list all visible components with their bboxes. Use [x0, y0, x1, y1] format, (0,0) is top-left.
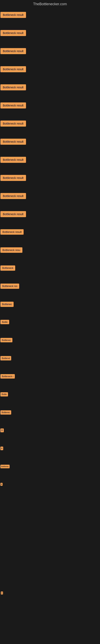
bottleneck-badge[interactable]: Bottlenec — [0, 338, 12, 342]
bottleneck-item-33 — [0, 608, 100, 626]
bottleneck-badge[interactable]: Bottleneck result — [0, 120, 26, 126]
bottleneck-badge[interactable]: Bottleneck result — [0, 139, 26, 145]
bottleneck-item-29 — [0, 536, 100, 554]
bottleneck-item-32: B — [0, 590, 100, 608]
bottleneck-badge[interactable]: Bottleneck result — [0, 48, 26, 54]
bottleneck-badge[interactable]: Bottleneck result — [0, 30, 26, 36]
bottleneck-badge[interactable]: Bottleneck result — [0, 157, 26, 163]
page-wrapper: TheBottlenecker.com Bottleneck resultBot… — [0, 0, 100, 644]
bottleneck-item-2: Bottleneck result — [0, 46, 100, 64]
bottleneck-badge[interactable]: Bottleneck result — [0, 211, 26, 217]
bottleneck-badge[interactable]: Bottleneck result — [0, 84, 26, 90]
bottleneck-badge[interactable]: Bottleneck result — [0, 175, 26, 181]
bottleneck-item-28 — [0, 518, 100, 536]
bottleneck-badge[interactable]: Bottleneck — [0, 266, 15, 271]
bottleneck-item-24: B — [0, 445, 100, 463]
bottleneck-item-0: Bottleneck result — [0, 10, 100, 28]
bottleneck-badge[interactable]: B — [0, 483, 2, 486]
bottleneck-badge[interactable]: Bottlenec — [0, 465, 10, 468]
bottleneck-item-18: Bottlenec — [0, 336, 100, 354]
bottleneck-item-3: Bottleneck result — [0, 64, 100, 83]
bottleneck-item-12: Bottleneck result — [0, 228, 100, 246]
bottleneck-badge[interactable]: Bottleneck result — [0, 193, 26, 199]
bottleneck-item-7: Bottleneck result — [0, 137, 100, 155]
bottleneck-badge[interactable]: Bottle — [0, 320, 9, 324]
bottleneck-item-14: Bottleneck — [0, 264, 100, 282]
site-title: TheBottlenecker.com — [0, 0, 100, 9]
bottleneck-item-23: B — [0, 427, 100, 445]
bottleneck-item-9: Bottleneck result — [0, 173, 100, 192]
bottleneck-badge[interactable]: B — [0, 428, 4, 432]
bottleneck-item-8: Bottleneck result — [0, 155, 100, 173]
bottleneck-item-26: B — [0, 481, 100, 499]
bottleneck-item-34 — [0, 626, 100, 644]
bottleneck-item-27 — [0, 499, 100, 518]
bottleneck-badge[interactable]: Bottleneck result — [0, 102, 26, 108]
bottleneck-item-19: Bottlend — [0, 354, 100, 372]
bottleneck-item-15: Bottleneck res — [0, 282, 100, 300]
bottleneck-item-1: Bottleneck result — [0, 28, 100, 46]
bottleneck-badge[interactable]: Bottleneck res — [0, 284, 19, 289]
bottleneck-item-20: Bottleneck r — [0, 372, 100, 391]
bottleneck-badge[interactable]: Bottle — [0, 392, 8, 396]
bottleneck-badge[interactable]: Bottlenec — [0, 410, 11, 414]
bottleneck-item-5: Bottleneck result — [0, 101, 100, 119]
bottleneck-item-25: Bottlenec — [0, 463, 100, 481]
bottleneck-badge[interactable]: Bottleneck resu — [0, 247, 22, 253]
bottleneck-item-4: Bottleneck result — [0, 83, 100, 101]
bottleneck-item-17: Bottle — [0, 318, 100, 336]
bottleneck-badge[interactable]: B — [1, 592, 3, 594]
bottleneck-badge[interactable]: Bottlenec — [0, 302, 14, 307]
bottleneck-badge[interactable]: B — [0, 446, 3, 450]
bottleneck-item-6: Bottleneck result — [0, 119, 100, 137]
bottleneck-badge[interactable]: Bottleneck result — [0, 12, 26, 18]
bottleneck-item-31 — [0, 572, 100, 590]
bottleneck-badge[interactable]: Bottleneck r — [0, 374, 15, 378]
bottleneck-badge[interactable]: Bottleneck result — [0, 229, 24, 235]
bottleneck-item-21: Bottle — [0, 391, 100, 409]
bottleneck-item-13: Bottleneck resu — [0, 246, 100, 264]
bottleneck-item-30 — [0, 554, 100, 572]
bottleneck-item-11: Bottleneck result — [0, 210, 100, 228]
bottleneck-item-10: Bottleneck result — [0, 192, 100, 210]
bottleneck-item-16: Bottlenec — [0, 300, 100, 318]
bottleneck-badge[interactable]: Bottleneck result — [0, 66, 26, 72]
bottleneck-item-22: Bottlenec — [0, 409, 100, 427]
items-container: Bottleneck resultBottleneck resultBottle… — [0, 9, 100, 644]
bottleneck-badge[interactable]: Bottlend — [0, 356, 11, 360]
